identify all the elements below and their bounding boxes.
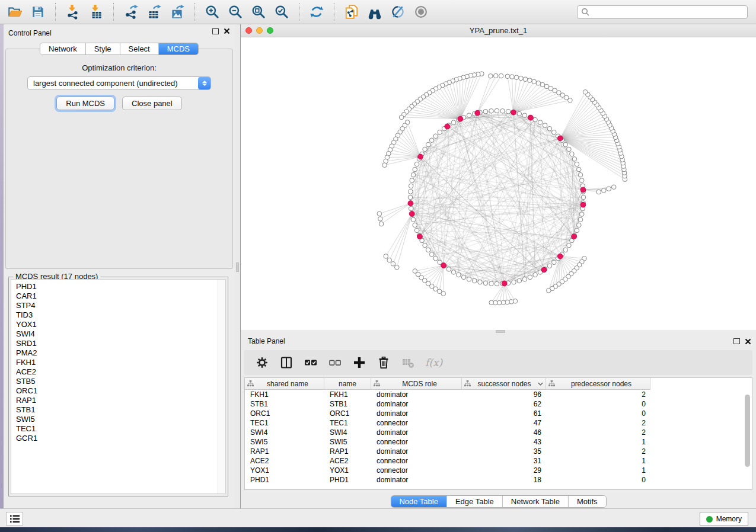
network-node[interactable] bbox=[489, 109, 494, 114]
network-leaf-node[interactable] bbox=[544, 84, 549, 89]
column-header-MCDS-role[interactable]: MCDS role bbox=[371, 378, 462, 389]
network-hub-node[interactable] bbox=[557, 136, 563, 141]
table-row[interactable]: TEC1TEC1connector472 bbox=[245, 418, 752, 428]
network-hub-node[interactable] bbox=[511, 110, 516, 115]
network-node[interactable] bbox=[581, 195, 586, 200]
network-hub-node[interactable] bbox=[580, 202, 586, 207]
network-node[interactable] bbox=[575, 228, 579, 233]
table-row[interactable]: SWI5SWI5connector431 bbox=[245, 437, 752, 447]
network-node[interactable] bbox=[567, 147, 572, 152]
network-hub-node[interactable] bbox=[445, 124, 450, 129]
network-node[interactable] bbox=[522, 277, 527, 282]
network-node[interactable] bbox=[413, 167, 417, 172]
network-leaf-node[interactable] bbox=[528, 78, 532, 83]
network-node[interactable] bbox=[472, 278, 477, 283]
network-node[interactable] bbox=[528, 275, 532, 280]
mcds-result-item[interactable]: TEC1 bbox=[11, 424, 217, 434]
network-node[interactable] bbox=[411, 217, 416, 222]
network-node[interactable] bbox=[495, 108, 499, 113]
network-hub-node[interactable] bbox=[441, 263, 446, 268]
tab-motifs[interactable]: Motifs bbox=[569, 496, 606, 507]
network-node[interactable] bbox=[413, 223, 417, 227]
network-node[interactable] bbox=[433, 256, 438, 261]
tab-node-table[interactable]: Node Table bbox=[391, 496, 447, 507]
network-node[interactable] bbox=[467, 113, 471, 118]
export-table-icon[interactable] bbox=[145, 3, 163, 21]
network-node[interactable] bbox=[500, 109, 505, 114]
network-node[interactable] bbox=[578, 217, 583, 222]
network-leaf-node[interactable] bbox=[596, 190, 601, 194]
network-hub-node[interactable] bbox=[458, 116, 463, 121]
network-leaf-node[interactable] bbox=[602, 188, 607, 193]
network-leaf-node[interactable] bbox=[489, 300, 494, 305]
network-leaf-node[interactable] bbox=[540, 82, 545, 87]
tab-mcds[interactable]: MCDS bbox=[159, 43, 198, 55]
import-table-icon[interactable] bbox=[87, 3, 105, 21]
network-node[interactable] bbox=[577, 167, 582, 172]
network-leaf-node[interactable] bbox=[514, 75, 519, 80]
column-header-successor-nodes[interactable]: successor nodes bbox=[462, 378, 546, 389]
network-overview-icon[interactable] bbox=[343, 3, 361, 21]
network-node[interactable] bbox=[533, 117, 538, 122]
network-node[interactable] bbox=[411, 172, 416, 177]
network-node[interactable] bbox=[579, 212, 584, 217]
network-leaf-node[interactable] bbox=[510, 75, 515, 79]
network-hub-node[interactable] bbox=[408, 201, 413, 206]
vertical-splitter[interactable] bbox=[235, 24, 241, 508]
table-row[interactable]: YOX1YOX1connector291 bbox=[245, 466, 752, 475]
network-node[interactable] bbox=[506, 109, 511, 114]
task-history-button[interactable] bbox=[6, 512, 23, 525]
network-leaf-node[interactable] bbox=[611, 185, 616, 190]
network-node[interactable] bbox=[461, 275, 466, 280]
network-leaf-node[interactable] bbox=[413, 269, 417, 274]
network-leaf-node[interactable] bbox=[505, 74, 510, 79]
mcds-result-item[interactable]: STB1 bbox=[11, 405, 217, 415]
network-hub-node[interactable] bbox=[580, 187, 586, 193]
network-node[interactable] bbox=[409, 190, 413, 194]
mcds-result-item[interactable]: SRD1 bbox=[11, 339, 217, 348]
search-input[interactable] bbox=[577, 5, 748, 19]
table-row[interactable]: SWI4SWI4dominator462 bbox=[245, 428, 752, 437]
network-node[interactable] bbox=[563, 142, 568, 147]
network-node[interactable] bbox=[543, 123, 547, 128]
network-node[interactable] bbox=[414, 162, 419, 166]
close-panel-icon[interactable] bbox=[224, 28, 230, 34]
network-node[interactable] bbox=[446, 267, 451, 272]
network-node[interactable] bbox=[467, 277, 471, 282]
memory-button[interactable]: Memory bbox=[700, 512, 748, 526]
mcds-result-item[interactable]: GCR1 bbox=[11, 434, 217, 443]
network-hub-node[interactable] bbox=[572, 234, 577, 239]
close-panel-icon[interactable] bbox=[745, 338, 751, 345]
network-node[interactable] bbox=[408, 195, 413, 200]
network-node[interactable] bbox=[517, 111, 522, 116]
network-node[interactable] bbox=[429, 252, 434, 257]
network-node[interactable] bbox=[552, 260, 557, 265]
network-node[interactable] bbox=[489, 281, 494, 286]
network-node[interactable] bbox=[578, 172, 583, 177]
network-node[interactable] bbox=[433, 134, 438, 139]
network-node[interactable] bbox=[522, 113, 527, 118]
zoom-selected-icon[interactable] bbox=[273, 3, 291, 21]
network-leaf-node[interactable] bbox=[382, 163, 387, 168]
network-node[interactable] bbox=[457, 273, 461, 277]
network-hub-node[interactable] bbox=[528, 115, 534, 120]
network-hub-node[interactable] bbox=[502, 281, 507, 286]
network-node[interactable] bbox=[483, 281, 488, 286]
network-leaf-node[interactable] bbox=[387, 258, 392, 262]
deselect-all-checkboxes-icon[interactable] bbox=[328, 355, 342, 370]
splitter-grip[interactable] bbox=[496, 330, 505, 333]
network-leaf-node[interactable] bbox=[532, 79, 537, 84]
tab-network[interactable]: Network bbox=[40, 43, 86, 55]
mcds-result-item[interactable]: RAP1 bbox=[11, 396, 217, 405]
network-leaf-node[interactable] bbox=[379, 222, 384, 226]
float-panel-icon[interactable] bbox=[212, 28, 219, 34]
column-header-shared-name[interactable]: shared name bbox=[245, 378, 324, 389]
save-session-icon[interactable] bbox=[29, 3, 47, 21]
network-node[interactable] bbox=[579, 178, 584, 183]
tab-edge-table[interactable]: Edge Table bbox=[447, 496, 503, 507]
network-leaf-node[interactable] bbox=[547, 289, 551, 293]
tab-select[interactable]: Select bbox=[120, 43, 159, 55]
network-canvas[interactable] bbox=[241, 37, 756, 330]
export-network-icon[interactable] bbox=[122, 3, 140, 21]
network-leaf-node[interactable] bbox=[378, 217, 383, 222]
